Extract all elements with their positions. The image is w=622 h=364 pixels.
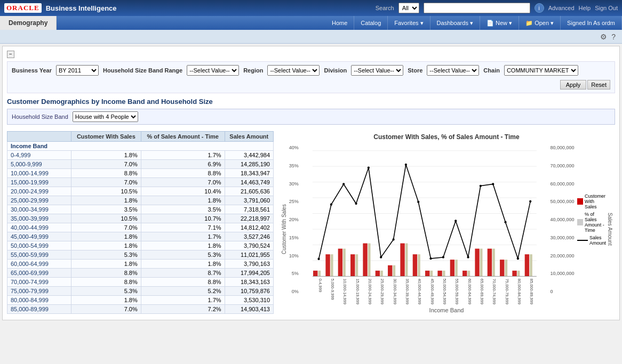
sales-dot	[492, 183, 494, 185]
y-right-tick: 30,000,000	[550, 235, 574, 240]
band-cell: 0-4,999	[7, 151, 71, 160]
bar-cws	[487, 249, 491, 277]
pct-cell: 1.7%	[141, 151, 225, 160]
collapse-button[interactable]: −	[7, 51, 14, 58]
cws-cell: 1.8%	[71, 296, 141, 305]
store-select[interactable]: --Select Value--	[427, 65, 479, 76]
region-select[interactable]: --Select Value--	[267, 65, 320, 76]
pct-cell: 3.5%	[141, 205, 225, 214]
table-row: 5,000-9,999 7.0% 6.9% 14,285,190	[7, 160, 274, 169]
pct-cell: 1.7%	[141, 296, 225, 305]
x-label: 30,000-34,999	[392, 279, 397, 304]
demography-tab[interactable]: Demography	[0, 16, 57, 30]
advanced-link[interactable]: Advanced	[548, 5, 575, 11]
income-band-header: Income Band	[7, 142, 274, 151]
top-bar: ORACLE Business Intelligence Search All …	[0, 0, 622, 16]
table-row: 85,000-89,999 7.0% 7.2% 14,903,413	[7, 305, 274, 314]
data-table: Customer With Sales % of Sales Amount - …	[7, 131, 274, 314]
pct-cell: 1.7%	[141, 232, 225, 241]
bar-pct	[318, 271, 321, 277]
band-cell: 75,000-79,999	[7, 287, 71, 296]
sales-cell: 14,903,413	[225, 305, 273, 314]
search-input[interactable]	[424, 3, 530, 13]
nav-dashboards[interactable]: Dashboards ▾	[430, 16, 480, 30]
sales-cell: 14,463,749	[225, 178, 273, 187]
second-nav: Home Catalog Favorites ▾ Dashboards ▾ 📄 …	[325, 16, 622, 30]
nav-open[interactable]: 📁 Open ▾	[519, 16, 561, 30]
band-cell: 55,000-59,999	[7, 250, 71, 260]
y-right-tick: 0	[550, 289, 553, 294]
pct-cell: 8.8%	[141, 169, 225, 178]
reset-button[interactable]: Reset	[587, 80, 610, 90]
sales-cell: 14,285,190	[225, 160, 273, 169]
pct-cell: 5.2%	[141, 287, 225, 296]
search-label: Search	[376, 5, 394, 11]
y-right-tick: 20,000,000	[550, 253, 574, 258]
table-row: 65,000-69,999 8.8% 8.7% 17,994,205	[7, 269, 274, 278]
sales-dot	[330, 204, 332, 206]
business-year-label: Business Year	[12, 67, 52, 74]
two-panel: Customer With Sales % of Sales Amount - …	[7, 131, 615, 316]
y-right-tick: 80,000,000	[550, 145, 574, 150]
x-label: 15,000-19,999	[355, 279, 360, 304]
nav-home[interactable]: Home	[325, 16, 354, 30]
sales-dot	[317, 258, 320, 260]
sales-cell: 10,759,876	[225, 287, 273, 296]
x-label: 80,000-84,999	[517, 279, 522, 304]
toolbar-bar: ⚙ ?	[0, 30, 622, 44]
cws-cell: 7.0%	[71, 305, 141, 314]
bar-pct	[380, 271, 383, 277]
pct-cell: 7.1%	[141, 223, 225, 232]
sales-dot	[442, 256, 444, 258]
y-left-tick: 35%	[289, 163, 299, 168]
band-cell: 20,000-24,999	[7, 187, 71, 196]
chart-svg-container: 0-4,9995,000-9,99910,000-14,99915,000-19…	[301, 145, 548, 305]
help-link[interactable]: Help	[579, 5, 591, 11]
x-axis-label: Income Band	[287, 307, 606, 313]
bar-pct	[530, 254, 532, 276]
help-icon[interactable]: ?	[609, 31, 618, 42]
search-scope-select[interactable]: All	[398, 3, 419, 13]
pct-cell: 5.3%	[141, 250, 225, 260]
sign-out-link[interactable]: Sign Out	[595, 5, 618, 11]
bar-pct	[405, 244, 408, 277]
household-size-band-label: Household Size Band	[12, 114, 68, 120]
bar-cws	[375, 271, 379, 277]
bar-cws	[425, 271, 429, 277]
household-size-band-range-select[interactable]: --Select Value--	[187, 65, 239, 76]
sales-dot	[516, 257, 519, 260]
info-button[interactable]: i	[535, 3, 544, 13]
division-select[interactable]: --Select Value--	[351, 65, 403, 76]
settings-icon[interactable]: ⚙	[598, 31, 609, 42]
band-cell: 50,000-54,999	[7, 241, 71, 250]
bar-cws	[412, 254, 417, 276]
x-label: 10,000-14,999	[342, 279, 347, 304]
pct-cell: 7.2%	[141, 305, 225, 314]
y-left-tick: 15%	[289, 235, 299, 240]
bar-cws	[462, 271, 467, 277]
band-cell: 70,000-74,999	[7, 278, 71, 287]
chain-select[interactable]: COMMUNITY MARKET	[504, 65, 578, 76]
sales-dot	[467, 256, 469, 258]
bar-cws	[475, 249, 479, 277]
band-cell: 5,000-9,999	[7, 160, 71, 169]
legend-color-pct	[577, 219, 583, 225]
sales-cell: 18,343,947	[225, 169, 273, 178]
business-year-select[interactable]: BY 2011	[56, 65, 99, 76]
nav-new[interactable]: 📄 New ▾	[480, 16, 519, 30]
nav-catalog[interactable]: Catalog	[354, 16, 388, 30]
y-right-tick: 10,000,000	[550, 271, 574, 276]
chart-svg: 0-4,9995,000-9,99910,000-14,99915,000-19…	[301, 145, 548, 305]
household-size-band-select[interactable]: House with 4 People	[73, 111, 138, 122]
chart-title: Customer With Sales, % of Sales Amount -…	[280, 133, 613, 141]
band-cell: 25,000-29,999	[7, 196, 71, 205]
pct-cell: 7.0%	[141, 178, 225, 187]
pct-cell: 10.7%	[141, 214, 225, 223]
apply-button[interactable]: Apply	[560, 80, 587, 90]
sales-cell: 3,530,310	[225, 296, 273, 305]
pct-cell: 8.8%	[141, 278, 225, 287]
band-cell: 15,000-19,999	[7, 178, 71, 187]
x-label: 75,000-79,999	[504, 279, 509, 304]
nav-favorites[interactable]: Favorites ▾	[388, 16, 430, 30]
cws-cell: 1.8%	[71, 232, 141, 241]
